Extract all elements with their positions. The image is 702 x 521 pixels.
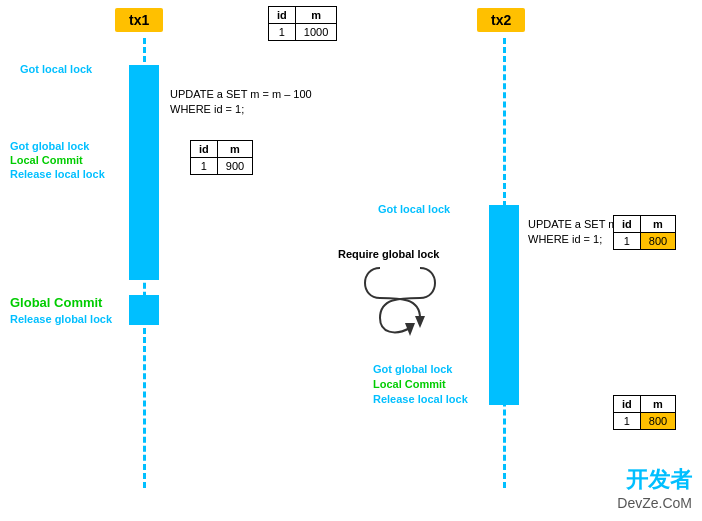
- tx1-bar: [129, 65, 159, 280]
- tx1-global-commit: Global Commit: [10, 295, 102, 310]
- col-m: m: [640, 216, 675, 233]
- tx1-global-bar: [129, 295, 159, 325]
- tx2-where: WHERE id = 1;: [528, 233, 602, 245]
- db-table-tx2-inline: idm 1800: [613, 215, 676, 250]
- tx1-release-local-lock: Release local lock: [10, 168, 105, 180]
- cell-id: 1: [269, 24, 296, 41]
- tx2-release-local-lock: Release local lock: [373, 393, 468, 405]
- col-id: id: [614, 396, 641, 413]
- cell-m: 900: [217, 158, 252, 175]
- tx2-got-local-lock: Got local lock: [378, 203, 450, 215]
- col-id: id: [614, 216, 641, 233]
- cell-id: 1: [191, 158, 218, 175]
- tx2-local-commit: Local Commit: [373, 378, 446, 390]
- tx1-local-commit: Local Commit: [10, 154, 83, 166]
- db-table-top: idm 11000: [268, 6, 337, 41]
- watermark-cn: 开发者: [617, 465, 692, 495]
- svg-marker-1: [415, 316, 425, 328]
- db-table-tx1: idm 1900: [190, 140, 253, 175]
- tx2-label: tx2: [477, 8, 525, 32]
- tx1-release-global-lock: Release global lock: [10, 313, 112, 325]
- circular-arrows: [360, 258, 440, 338]
- col-id: id: [269, 7, 296, 24]
- tx1-where: WHERE id = 1;: [170, 103, 244, 115]
- col-id: id: [191, 141, 218, 158]
- tx1-label: tx1: [115, 8, 163, 32]
- watermark: 开发者 DevZe.CoM: [617, 465, 692, 511]
- tx1-got-global-lock: Got global lock: [10, 140, 89, 152]
- tx1-update: UPDATE a SET m = m – 100: [170, 88, 312, 100]
- col-m: m: [217, 141, 252, 158]
- tx2-got-global-lock: Got global lock: [373, 363, 452, 375]
- col-m: m: [640, 396, 675, 413]
- cell-m: 800: [640, 413, 675, 430]
- cell-m: 800: [640, 233, 675, 250]
- watermark-en: DevZe.CoM: [617, 495, 692, 511]
- cell-m: 1000: [295, 24, 336, 41]
- diagram-container: tx1 tx2 idm 11000 Got local lock UPDATE …: [0, 0, 702, 521]
- tx2-bar: [489, 205, 519, 405]
- cell-id: 1: [614, 233, 641, 250]
- cell-id: 1: [614, 413, 641, 430]
- db-table-bottom: idm 1800: [613, 395, 676, 430]
- col-m: m: [295, 7, 336, 24]
- tx1-got-local-lock: Got local lock: [20, 63, 92, 75]
